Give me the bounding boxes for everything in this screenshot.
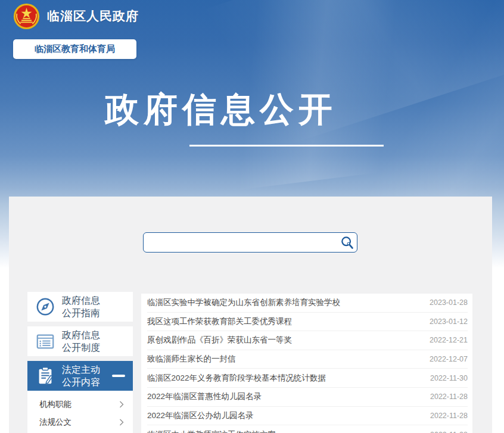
news-title-link[interactable]: 原创戏剧作品《百折》荣获山东省一等奖 [147,335,421,345]
site-name: 临淄区人民政府 [47,8,139,24]
news-row[interactable]: 原创戏剧作品《百折》荣获山东省一等奖 2022-12-21 [147,331,468,350]
news-date: 2022-11-30 [430,374,468,382]
news-row[interactable]: 临淄区2022年义务教育阶段学校基本情况统计数据 2022-11-30 [147,369,468,388]
submenu-item-regulations[interactable]: 法规公文 [27,413,133,431]
title-underline [189,145,384,147]
news-date: 2022-11-28 [430,392,468,401]
clipboard-pencil-icon [35,365,56,387]
news-row[interactable]: 2022年临淄区公办幼儿园名录 2022-11-28 [147,407,468,426]
news-row[interactable]: 致临淄师生家长的一封信 2022-12-07 [147,350,468,369]
news-row[interactable]: 临淄区实验中学被确定为山东省创新素养培育实验学校 2023-01-28 [147,294,468,313]
news-date: 2022-12-21 [430,336,468,344]
page-title: 政府信息公开 [105,87,337,133]
sidebar-item-label: 法定主动 公开内容 [62,363,100,388]
active-indicator-dash [112,375,125,377]
news-title-link[interactable]: 我区这项工作荣获教育部关工委优秀课程 [147,316,421,327]
news-title-link[interactable]: 临淄区中小学教师家访工作实施方案 [147,429,422,433]
news-title-link[interactable]: 2022年临淄区公办幼儿园名录 [147,410,422,421]
news-date: 2022-12-07 [430,355,468,363]
national-emblem-icon [13,3,40,30]
department-button[interactable]: 临淄区教育和体育局 [13,39,136,59]
news-row[interactable]: 临淄区中小学教师家访工作实施方案 2022-11-28 [147,425,468,433]
sidebar-item-label: 政府信息 公开指南 [62,294,100,319]
sidebar-item-statutory-disclosure[interactable]: 法定主动 公开内容 [27,361,133,391]
search-button[interactable] [337,233,357,252]
news-row[interactable]: 我区这项工作荣获教育部关工委优秀课程 2023-01-12 [147,313,468,332]
news-list: 临淄区实验中学被确定为山东省创新素养培育实验学校 2023-01-28 我区这项… [141,294,472,433]
news-date: 2022-11-28 [430,431,468,433]
search-box [143,232,357,253]
news-title-link[interactable]: 致临淄师生家长的一封信 [147,354,421,365]
news-row[interactable]: 2022年临淄区普惠性幼儿园名录 2022-11-28 [147,388,468,407]
chevron-right-icon [119,419,124,426]
sidebar-item-rules[interactable]: 政府信息 公开制度 [27,326,133,356]
chevron-right-icon [119,401,124,408]
news-date: 2023-01-28 [430,298,468,307]
news-date: 2022-11-28 [430,412,468,420]
site-logo[interactable]: 临淄区人民政府 [13,2,139,30]
content-panel: 政府信息 公开指南 政府信息 公开制度 [9,197,492,433]
news-title-link[interactable]: 2022年临淄区普惠性幼儿园名录 [147,391,422,402]
search-input[interactable] [144,233,337,252]
compass-icon [35,296,56,317]
news-date: 2023-01-12 [430,317,468,326]
sidebar-menu: 政府信息 公开指南 政府信息 公开制度 [27,292,133,433]
sidebar-item-guide[interactable]: 政府信息 公开指南 [27,292,133,322]
news-title-link[interactable]: 临淄区2022年义务教育阶段学校基本情况统计数据 [147,373,422,384]
news-title-link[interactable]: 临淄区实验中学被确定为山东省创新素养培育实验学校 [147,297,421,308]
submenu-item-org-functions[interactable]: 机构职能 [27,395,133,413]
sidebar-submenu: 机构职能 法规公文 [27,391,133,433]
magnifier-icon [340,235,354,250]
document-list-icon [35,331,56,352]
sidebar-item-label: 政府信息 公开制度 [62,329,100,354]
